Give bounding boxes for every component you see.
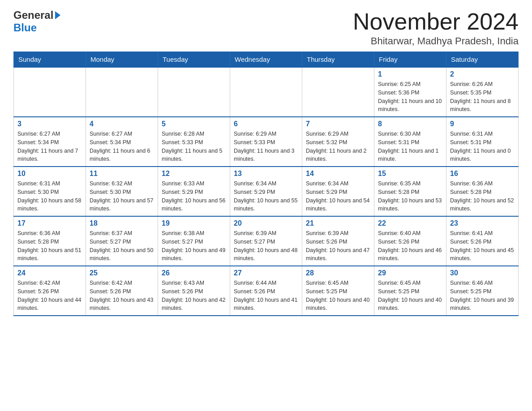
day-number: 23 (450, 219, 515, 227)
day-number: 15 (378, 170, 442, 178)
calendar-cell: 6Sunrise: 6:29 AMSunset: 5:33 PMDaylight… (230, 117, 302, 167)
calendar-cell (230, 67, 302, 117)
day-number: 24 (17, 269, 82, 277)
logo-triangle-icon (55, 11, 60, 19)
day-number: 10 (17, 170, 82, 178)
sun-info: Sunrise: 6:36 AMSunset: 5:28 PMDaylight:… (450, 180, 515, 213)
day-number: 20 (234, 219, 298, 227)
day-number: 21 (306, 219, 370, 227)
sun-info: Sunrise: 6:44 AMSunset: 5:26 PMDaylight:… (234, 279, 298, 313)
logo-general-text: General (13, 9, 53, 21)
day-number: 28 (306, 269, 370, 277)
calendar-cell: 26Sunrise: 6:43 AMSunset: 5:26 PMDayligh… (158, 266, 230, 316)
day-number: 9 (450, 120, 515, 128)
logo: General Blue (13, 9, 60, 34)
day-number: 26 (162, 269, 226, 277)
calendar-week-row: 1Sunrise: 6:25 AMSunset: 5:36 PMDaylight… (14, 67, 519, 117)
calendar-cell: 5Sunrise: 6:28 AMSunset: 5:33 PMDaylight… (158, 117, 230, 167)
sun-info: Sunrise: 6:37 AMSunset: 5:27 PMDaylight:… (90, 229, 154, 263)
day-number: 18 (90, 219, 154, 227)
calendar-cell: 20Sunrise: 6:39 AMSunset: 5:27 PMDayligh… (230, 216, 302, 266)
day-number: 25 (90, 269, 154, 277)
weekday-header: Tuesday (158, 52, 230, 68)
weekday-header: Friday (374, 52, 446, 68)
weekday-header: Thursday (302, 52, 374, 68)
day-number: 29 (378, 269, 442, 277)
sun-info: Sunrise: 6:42 AMSunset: 5:26 PMDaylight:… (17, 279, 82, 313)
sun-info: Sunrise: 6:27 AMSunset: 5:34 PMDaylight:… (17, 130, 82, 163)
day-number: 2 (450, 70, 515, 78)
calendar-cell: 18Sunrise: 6:37 AMSunset: 5:27 PMDayligh… (86, 216, 158, 266)
day-number: 27 (234, 269, 298, 277)
calendar-cell: 29Sunrise: 6:45 AMSunset: 5:25 PMDayligh… (374, 266, 446, 316)
calendar-cell: 4Sunrise: 6:27 AMSunset: 5:34 PMDaylight… (86, 117, 158, 167)
calendar-cell (158, 67, 230, 117)
calendar-week-row: 10Sunrise: 6:31 AMSunset: 5:30 PMDayligh… (14, 167, 519, 216)
weekday-header: Monday (86, 52, 158, 68)
calendar-cell: 2Sunrise: 6:26 AMSunset: 5:35 PMDaylight… (446, 67, 519, 117)
sun-info: Sunrise: 6:38 AMSunset: 5:27 PMDaylight:… (162, 229, 226, 263)
day-number: 30 (450, 269, 515, 277)
sun-info: Sunrise: 6:29 AMSunset: 5:32 PMDaylight:… (306, 130, 370, 163)
calendar-cell: 25Sunrise: 6:42 AMSunset: 5:26 PMDayligh… (86, 266, 158, 316)
sun-info: Sunrise: 6:43 AMSunset: 5:26 PMDaylight:… (162, 279, 226, 313)
calendar-cell: 16Sunrise: 6:36 AMSunset: 5:28 PMDayligh… (446, 167, 519, 216)
day-number: 16 (450, 170, 515, 178)
page-header: General Blue November 2024 Bhitarwar, Ma… (13, 9, 519, 47)
calendar-cell: 11Sunrise: 6:32 AMSunset: 5:30 PMDayligh… (86, 167, 158, 216)
calendar-cell: 14Sunrise: 6:34 AMSunset: 5:29 PMDayligh… (302, 167, 374, 216)
day-number: 17 (17, 219, 82, 227)
sun-info: Sunrise: 6:39 AMSunset: 5:26 PMDaylight:… (306, 229, 370, 263)
calendar-cell: 30Sunrise: 6:46 AMSunset: 5:25 PMDayligh… (446, 266, 519, 316)
sun-info: Sunrise: 6:26 AMSunset: 5:35 PMDaylight:… (450, 80, 515, 114)
sun-info: Sunrise: 6:41 AMSunset: 5:26 PMDaylight:… (450, 229, 515, 263)
sun-info: Sunrise: 6:25 AMSunset: 5:36 PMDaylight:… (378, 80, 442, 114)
location-title: Bhitarwar, Madhya Pradesh, India (353, 35, 519, 47)
sun-info: Sunrise: 6:35 AMSunset: 5:28 PMDaylight:… (378, 180, 442, 213)
calendar-cell: 28Sunrise: 6:45 AMSunset: 5:25 PMDayligh… (302, 266, 374, 316)
day-number: 14 (306, 170, 370, 178)
day-number: 13 (234, 170, 298, 178)
calendar-week-row: 24Sunrise: 6:42 AMSunset: 5:26 PMDayligh… (14, 266, 519, 316)
calendar-cell: 12Sunrise: 6:33 AMSunset: 5:29 PMDayligh… (158, 167, 230, 216)
weekday-header: Wednesday (230, 52, 302, 68)
weekday-header: Sunday (14, 52, 86, 68)
sun-info: Sunrise: 6:39 AMSunset: 5:27 PMDaylight:… (234, 229, 298, 263)
day-number: 6 (234, 120, 298, 128)
calendar-cell: 24Sunrise: 6:42 AMSunset: 5:26 PMDayligh… (14, 266, 86, 316)
calendar-cell: 8Sunrise: 6:30 AMSunset: 5:31 PMDaylight… (374, 117, 446, 167)
calendar-week-row: 3Sunrise: 6:27 AMSunset: 5:34 PMDaylight… (14, 117, 519, 167)
calendar-cell (302, 67, 374, 117)
day-number: 7 (306, 120, 370, 128)
calendar-cell: 27Sunrise: 6:44 AMSunset: 5:26 PMDayligh… (230, 266, 302, 316)
calendar-header-row: SundayMondayTuesdayWednesdayThursdayFrid… (14, 52, 519, 68)
sun-info: Sunrise: 6:34 AMSunset: 5:29 PMDaylight:… (306, 180, 370, 213)
sun-info: Sunrise: 6:27 AMSunset: 5:34 PMDaylight:… (90, 130, 154, 163)
sun-info: Sunrise: 6:33 AMSunset: 5:29 PMDaylight:… (162, 180, 226, 213)
sun-info: Sunrise: 6:40 AMSunset: 5:26 PMDaylight:… (378, 229, 442, 263)
day-number: 12 (162, 170, 226, 178)
sun-info: Sunrise: 6:30 AMSunset: 5:31 PMDaylight:… (378, 130, 442, 163)
day-number: 4 (90, 120, 154, 128)
sun-info: Sunrise: 6:31 AMSunset: 5:30 PMDaylight:… (17, 180, 82, 213)
sun-info: Sunrise: 6:34 AMSunset: 5:29 PMDaylight:… (234, 180, 298, 213)
calendar-cell: 23Sunrise: 6:41 AMSunset: 5:26 PMDayligh… (446, 216, 519, 266)
sun-info: Sunrise: 6:45 AMSunset: 5:25 PMDaylight:… (378, 279, 442, 313)
calendar-cell: 19Sunrise: 6:38 AMSunset: 5:27 PMDayligh… (158, 216, 230, 266)
sun-info: Sunrise: 6:28 AMSunset: 5:33 PMDaylight:… (162, 130, 226, 163)
calendar-cell: 10Sunrise: 6:31 AMSunset: 5:30 PMDayligh… (14, 167, 86, 216)
day-number: 11 (90, 170, 154, 178)
day-number: 1 (378, 70, 442, 78)
day-number: 19 (162, 219, 226, 227)
day-number: 22 (378, 219, 442, 227)
month-title: November 2024 (353, 9, 519, 34)
sun-info: Sunrise: 6:46 AMSunset: 5:25 PMDaylight:… (450, 279, 515, 313)
calendar-cell: 21Sunrise: 6:39 AMSunset: 5:26 PMDayligh… (302, 216, 374, 266)
calendar-cell: 1Sunrise: 6:25 AMSunset: 5:36 PMDaylight… (374, 67, 446, 117)
day-number: 3 (17, 120, 82, 128)
calendar-cell: 17Sunrise: 6:36 AMSunset: 5:28 PMDayligh… (14, 216, 86, 266)
sun-info: Sunrise: 6:32 AMSunset: 5:30 PMDaylight:… (90, 180, 154, 213)
logo-blue-text: Blue (13, 21, 37, 34)
calendar-cell: 9Sunrise: 6:31 AMSunset: 5:31 PMDaylight… (446, 117, 519, 167)
calendar-cell (14, 67, 86, 117)
